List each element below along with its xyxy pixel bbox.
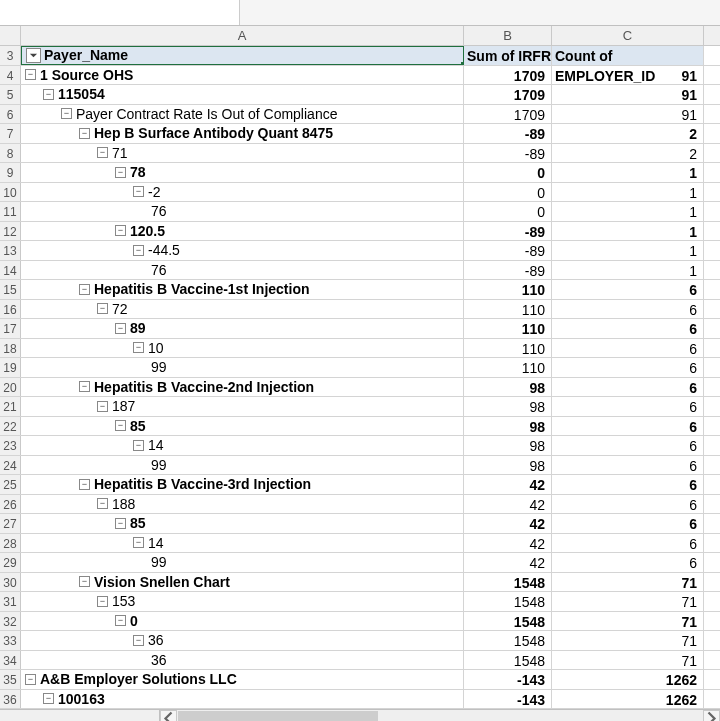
cell-C[interactable]: 71 (552, 573, 704, 592)
cell-B[interactable]: 110 (464, 319, 552, 338)
cell-A[interactable]: −Hepatitis B Vaccine-3rd Injection (21, 475, 464, 494)
cell-C[interactable]: 6 (552, 280, 704, 299)
collapse-icon[interactable]: − (79, 381, 90, 392)
row-3[interactable]: 3Payer_NameSum of IRFRCount of EMPLOYER_… (0, 46, 720, 66)
cell-A[interactable]: −89 (21, 319, 464, 338)
row-18[interactable]: 18−101106 (0, 339, 720, 359)
collapse-icon[interactable]: − (133, 342, 144, 353)
row-16[interactable]: 16−721106 (0, 300, 720, 320)
collapse-icon[interactable]: − (97, 498, 108, 509)
cell-B[interactable]: -143 (464, 670, 552, 689)
collapse-icon[interactable]: − (133, 635, 144, 646)
row-9[interactable]: 9−7801 (0, 163, 720, 183)
cell-empty[interactable] (704, 397, 720, 416)
row-20[interactable]: 20−Hepatitis B Vaccine-2nd Injection986 (0, 378, 720, 398)
cell-C[interactable]: 91 (552, 105, 704, 124)
cell-A[interactable]: −120.5 (21, 222, 464, 241)
collapse-icon[interactable]: − (97, 596, 108, 607)
cell-A[interactable]: −153 (21, 592, 464, 611)
cell-B[interactable]: -89 (464, 124, 552, 143)
row-header[interactable]: 22 (0, 417, 21, 436)
row-33[interactable]: 33−36154871 (0, 631, 720, 651)
row-header[interactable]: 6 (0, 105, 21, 124)
selection-handle[interactable] (461, 62, 464, 65)
collapse-icon[interactable]: − (97, 401, 108, 412)
collapse-icon[interactable]: − (79, 128, 90, 139)
col-header-C[interactable]: C (552, 26, 704, 45)
cell-A[interactable]: −A&B Employer Solutions LLC (21, 670, 464, 689)
row-header[interactable]: 8 (0, 144, 21, 163)
row-header[interactable]: 11 (0, 202, 21, 221)
row-header[interactable]: 16 (0, 300, 21, 319)
cell-A[interactable]: −71 (21, 144, 464, 163)
cell-B[interactable]: 42 (464, 534, 552, 553)
cell-empty[interactable] (704, 592, 720, 611)
collapse-icon[interactable]: − (133, 440, 144, 451)
cell-A[interactable]: −Hepatitis B Vaccine-2nd Injection (21, 378, 464, 397)
cell-C[interactable]: 71 (552, 612, 704, 631)
cell-C[interactable]: 6 (552, 358, 704, 377)
cell-empty[interactable] (704, 417, 720, 436)
cell-B[interactable]: 42 (464, 553, 552, 572)
row-header[interactable]: 27 (0, 514, 21, 533)
row-header[interactable]: 30 (0, 573, 21, 592)
row-15[interactable]: 15−Hepatitis B Vaccine-1st Injection1106 (0, 280, 720, 300)
cell-empty[interactable] (704, 670, 720, 689)
row-8[interactable]: 8−71-892 (0, 144, 720, 164)
grid[interactable]: 3Payer_NameSum of IRFRCount of EMPLOYER_… (0, 46, 720, 709)
cell-B[interactable]: -89 (464, 222, 552, 241)
row-header[interactable]: 24 (0, 456, 21, 475)
cell-B[interactable]: 98 (464, 456, 552, 475)
cell-C[interactable]: 6 (552, 534, 704, 553)
cell-empty[interactable] (704, 144, 720, 163)
row-header[interactable]: 34 (0, 651, 21, 670)
cell-C[interactable]: 1 (552, 222, 704, 241)
cell-A[interactable]: −Payer Contract Rate Is Out of Complianc… (21, 105, 464, 124)
cell-B[interactable]: -89 (464, 261, 552, 280)
row-header[interactable]: 14 (0, 261, 21, 280)
row-19[interactable]: 19991106 (0, 358, 720, 378)
cell-C[interactable]: 1 (552, 261, 704, 280)
row-11[interactable]: 117601 (0, 202, 720, 222)
cell-empty[interactable] (704, 183, 720, 202)
cell-C[interactable]: 1 (552, 183, 704, 202)
row-7[interactable]: 7−Hep B Surface Antibody Quant 8475-892 (0, 124, 720, 144)
collapse-icon[interactable]: − (115, 323, 126, 334)
cell-A[interactable]: 99 (21, 553, 464, 572)
horizontal-scrollbar[interactable] (0, 709, 720, 721)
cell-B[interactable]: 1548 (464, 631, 552, 650)
cell-empty[interactable] (704, 105, 720, 124)
cell-B[interactable]: 110 (464, 339, 552, 358)
cell-empty[interactable] (704, 534, 720, 553)
cell-C[interactable]: 91 (552, 66, 704, 85)
cell-empty[interactable] (704, 66, 720, 85)
cell-C[interactable]: 6 (552, 339, 704, 358)
cell-A[interactable]: −14 (21, 534, 464, 553)
filter-dropdown-icon[interactable] (26, 48, 41, 63)
row-26[interactable]: 26−188426 (0, 495, 720, 515)
cell-B[interactable]: 42 (464, 475, 552, 494)
cell-B[interactable]: -89 (464, 144, 552, 163)
cell-C[interactable]: 6 (552, 514, 704, 533)
cell-B[interactable]: 110 (464, 358, 552, 377)
cell-A[interactable]: −Hep B Surface Antibody Quant 8475 (21, 124, 464, 143)
row-header[interactable]: 9 (0, 163, 21, 182)
cell-C[interactable]: 6 (552, 319, 704, 338)
cell-empty[interactable] (704, 202, 720, 221)
collapse-icon[interactable]: − (115, 420, 126, 431)
collapse-icon[interactable]: − (133, 537, 144, 548)
cell-C[interactable]: 91 (552, 85, 704, 104)
collapse-icon[interactable]: − (61, 108, 72, 119)
col-header-B[interactable]: B (464, 26, 552, 45)
row-header[interactable]: 15 (0, 280, 21, 299)
cell-empty[interactable] (704, 495, 720, 514)
cell-empty[interactable] (704, 280, 720, 299)
row-header[interactable]: 5 (0, 85, 21, 104)
collapse-icon[interactable]: − (25, 69, 36, 80)
cell-C[interactable]: 1 (552, 241, 704, 260)
scroll-thumb[interactable] (178, 711, 378, 721)
cell-A[interactable]: 76 (21, 261, 464, 280)
cell-C[interactable]: 6 (552, 417, 704, 436)
row-12[interactable]: 12−120.5-891 (0, 222, 720, 242)
row-header[interactable]: 3 (0, 46, 21, 65)
